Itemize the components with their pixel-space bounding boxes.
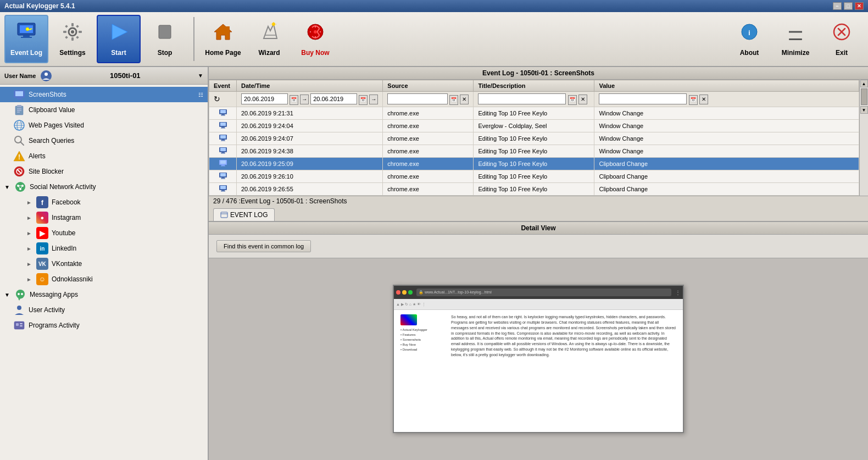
stop-label: Stop (158, 49, 173, 57)
row-datetime: 20.06.2019 9:21:31 (237, 107, 383, 119)
sidebar-item-odnoklassniki[interactable]: ► ☺ Odnoklassniki (0, 271, 208, 287)
sidebar-item-screenshots[interactable]: ScreenShots ☷ (0, 87, 208, 102)
sidebar-item-facebook[interactable]: ► f Facebook (0, 195, 208, 210)
row-monitor-icon (219, 134, 227, 142)
row-source: chrome.exe (383, 170, 474, 182)
event-table-wrapper: Event Date/Time Source Title/Description… (209, 80, 868, 196)
date-from-cal-btn[interactable]: 📅 (290, 95, 298, 105)
home-page-button[interactable]: Home Page (201, 15, 245, 63)
row-datetime: 20.06.2019 9:24:38 (237, 145, 383, 157)
screenshot-content: • Actual Keylogger • Features • Screensh… (394, 310, 683, 432)
table-row[interactable]: 20.06.2019 9:26:55 chrome.exe Editing To… (209, 182, 859, 195)
row-source: chrome.exe (383, 132, 474, 145)
row-value: Window Change (594, 132, 859, 145)
title-maximize-btn[interactable]: □ (844, 2, 853, 10)
svg-rect-3 (21, 37, 32, 38)
source-filter-input[interactable] (387, 93, 448, 104)
date-from-arrow-btn[interactable]: → (300, 95, 309, 104)
svg-rect-88 (221, 140, 225, 141)
sidebar-item-search[interactable]: Search Queries (0, 133, 208, 148)
title-close-btn[interactable]: ✕ (855, 2, 864, 10)
source-filter-cal[interactable]: 📅 (449, 95, 458, 105)
table-row[interactable]: 20.06.2019 9:24:04 chrome.exe Everglow -… (209, 119, 859, 132)
value-filter-clear[interactable]: ✕ (699, 95, 708, 104)
sidebar-item-messaging[interactable]: ▼ Messaging Apps (0, 287, 208, 302)
clipboard-icon (13, 104, 25, 116)
table-row[interactable]: 20.06.2019 9:24:38 chrome.exe Editing To… (209, 145, 859, 157)
value-filter-cal[interactable]: 📅 (689, 95, 698, 105)
title-minimize-btn[interactable]: − (833, 2, 842, 10)
user-activity-icon (13, 304, 25, 316)
user-dropdown-icon[interactable]: ▼ (198, 73, 203, 79)
table-row[interactable]: 20.06.2019 9:25:09 chrome.exe Editing To… (209, 157, 859, 170)
event-log-button[interactable]: Event Log (4, 15, 48, 63)
grid-icon[interactable]: ☷ (198, 92, 203, 98)
main-layout: User Name 1050ti-01 ▼ ScreenShots ☷ (0, 67, 868, 460)
date-to-cal-btn[interactable]: 📅 (359, 95, 368, 105)
browser-bar: 🔒 www.Actual...1NT...top-10-keylog...htm… (394, 286, 683, 299)
table-row[interactable]: 20.06.2019 9:21:31 chrome.exe Editing To… (209, 107, 859, 119)
title-filter-input[interactable] (478, 93, 566, 104)
alerts-label: Alerts (29, 152, 203, 160)
start-button[interactable]: Start (97, 15, 141, 63)
event-log-tab[interactable]: EVENT LOG (213, 208, 275, 221)
sidebar-item-instagram[interactable]: ► ● Instagram (0, 210, 208, 225)
about-button[interactable]: i About (727, 15, 771, 63)
svg-rect-95 (220, 160, 226, 164)
sidebar-item-social[interactable]: ▼ Social Network Activity (0, 179, 208, 195)
col-title[interactable]: Title/Description (474, 80, 594, 92)
title-bar-buttons: − □ ✕ (833, 2, 864, 10)
svg-point-29 (314, 30, 317, 34)
exit-button[interactable]: Exit (820, 15, 864, 63)
sidebar-item-linkedin[interactable]: ► in LinkedIn (0, 241, 208, 256)
sidebar-item-vkontakte[interactable]: ► VK VKontakte (0, 256, 208, 271)
col-datetime[interactable]: Date/Time (237, 80, 383, 92)
row-icon-cell (209, 182, 237, 195)
buy-now-button[interactable]: Buy Now (293, 15, 337, 63)
col-event[interactable]: Event (209, 80, 237, 92)
date-to-input[interactable] (310, 93, 357, 104)
browser-menu-icon[interactable]: ⋮ (675, 290, 681, 296)
title-filter-cal[interactable]: 📅 (568, 95, 577, 105)
event-status-bar: 29 / 476 :Event Log - 1050ti-01 : Screen… (209, 196, 868, 206)
settings-button[interactable]: Settings (51, 15, 94, 63)
refresh-icon[interactable]: ↻ (214, 95, 220, 103)
toolbar-sep-1 (193, 17, 194, 61)
settings-label: Settings (59, 49, 85, 57)
social-icon (14, 181, 26, 193)
date-from-input[interactable] (241, 93, 288, 104)
table-row[interactable]: 20.06.2019 9:24:07 chrome.exe Editing To… (209, 132, 859, 145)
minimize-button[interactable]: Minimize (774, 15, 817, 63)
sidebar-item-web-pages[interactable]: Web Pages Visited (0, 118, 208, 133)
sidebar-item-clipboard[interactable]: Clipboard Value (0, 102, 208, 118)
url-bar[interactable]: 🔒 www.Actual...1NT...top-10-keylog...htm… (416, 289, 671, 296)
col-value[interactable]: Value (594, 80, 859, 92)
event-table-scrollbar[interactable]: ▲ ▼ (859, 80, 868, 196)
app-title: Actual Keylogger 5.4.1 (4, 2, 75, 10)
find-event-button[interactable]: Find this event in common log (216, 240, 311, 252)
about-label: About (740, 49, 759, 57)
exit-label: Exit (836, 49, 848, 57)
sidebar-item-programs[interactable]: Programs Activity (0, 318, 208, 333)
svg-rect-96 (221, 165, 225, 166)
date-to-arrow-btn[interactable]: → (369, 95, 378, 104)
col-source[interactable]: Source (383, 80, 474, 92)
sidebar-item-youtube[interactable]: ► ▶ Youtube (0, 225, 208, 241)
wizard-button[interactable]: Wizard (247, 15, 291, 63)
scroll-thumb[interactable] (861, 88, 867, 105)
user-avatar-icon (40, 70, 52, 82)
stop-button[interactable]: Stop (143, 15, 187, 63)
svg-rect-13 (79, 31, 82, 33)
scroll-down-arrow[interactable]: ▼ (860, 106, 868, 114)
sidebar-item-site-blocker[interactable]: Site Blocker (0, 164, 208, 179)
start-icon (108, 22, 130, 47)
sidebar-item-user-activity[interactable]: User Activity (0, 302, 208, 318)
scroll-up-arrow[interactable]: ▲ (860, 80, 868, 87)
table-row[interactable]: 20.06.2019 9:26:10 chrome.exe Editing To… (209, 170, 859, 182)
row-monitor-icon (219, 147, 227, 154)
row-icon-cell (209, 132, 237, 145)
title-filter-clear[interactable]: ✕ (578, 95, 587, 104)
sidebar-item-alerts[interactable]: ! Alerts (0, 148, 208, 164)
source-filter-clear[interactable]: ✕ (460, 95, 469, 104)
value-filter-input[interactable] (599, 93, 687, 104)
